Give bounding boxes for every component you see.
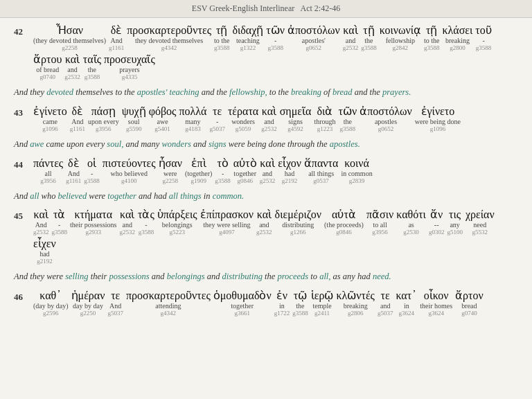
- greek-word: διεμέριζον: [275, 209, 321, 221]
- strongs-number: g4183: [185, 125, 201, 132]
- greek-word: κλάσει: [443, 24, 473, 37]
- greek-word: προσκαρτεροῦντες: [126, 289, 211, 302]
- english-gloss: they devoted themselves: [135, 37, 203, 44]
- strongs-number: g0652: [306, 44, 322, 51]
- word-group: τῷtheg3588: [292, 289, 308, 317]
- strongs-number: g0846: [336, 229, 352, 236]
- english-gloss: and: [263, 170, 272, 177]
- english-gloss: And: [71, 118, 83, 125]
- word-group: καθ᾽(day by day)g2596: [33, 289, 69, 317]
- greek-line-42-2: ἄρτουof breadg0740καὶandg2532ταῖςtheg358…: [33, 53, 518, 82]
- english-gloss: they were selling: [203, 221, 250, 229]
- strongs-number: g3624: [428, 310, 444, 317]
- english-gloss: the: [296, 302, 304, 310]
- strongs-number: g3588: [52, 229, 68, 236]
- word-group: φόβοςaweg5401: [149, 105, 177, 132]
- english-gloss: any: [450, 221, 459, 229]
- greek-word: τις: [449, 209, 461, 221]
- translation-45: And they were selling their possessions …: [14, 270, 518, 283]
- word-group: καὶandg2532: [260, 157, 276, 184]
- verse-num-42: 42: [14, 24, 33, 37]
- word-group: ἄρτονbreadg0740: [455, 289, 484, 317]
- greek-word: δὲ: [111, 24, 123, 37]
- english-gloss: in: [404, 302, 409, 310]
- greek-word: καὶ: [343, 24, 357, 37]
- strongs-number: g0740: [461, 310, 477, 317]
- english-gloss: -: [482, 37, 484, 44]
- strongs-number: g5590: [126, 125, 142, 132]
- greek-word: τῶν: [339, 105, 357, 118]
- english-gloss: were being done: [415, 118, 461, 125]
- english-gloss: (day by day): [33, 302, 69, 310]
- word-group: πᾶσινto allg3956: [366, 208, 393, 236]
- greek-word: τῇ: [216, 24, 227, 37]
- greek-word: οἶκον: [424, 289, 449, 302]
- strongs-number: g1223: [317, 125, 333, 132]
- word-group: προσευχαῖςprayersg4335: [104, 53, 155, 80]
- word-group: καὶandg2532: [343, 24, 359, 51]
- greek-word: τε: [213, 105, 222, 118]
- greek-line-44: πάντεςallg3956δὲAndg1161οἱ-g3588πιστεύον…: [33, 157, 518, 186]
- word-group: ἀποστόλωνapostles'g0652: [287, 24, 340, 51]
- word-group: δὲAndg1161: [70, 105, 85, 132]
- strongs-number: g2192: [37, 258, 53, 265]
- strongs-number: g2806: [348, 310, 364, 317]
- greek-word: προσκαρτεροῦντες: [127, 24, 211, 37]
- english-gloss: And: [109, 302, 121, 310]
- strongs-number: g2532: [64, 73, 80, 80]
- strongs-number: g5059: [236, 125, 251, 132]
- verse-num-46: 46: [14, 289, 33, 303]
- greek-word: εἶχον: [278, 157, 301, 170]
- english-gloss: prayers: [119, 66, 139, 73]
- greek-word: κτήματα: [74, 209, 112, 221]
- english-gloss: their possessions: [70, 221, 117, 229]
- word-group: ἐγίνετοwere being doneg1096: [415, 105, 461, 132]
- word-group: κλῶντέςbreakingg2806: [336, 289, 375, 317]
- english-gloss: upon every: [88, 118, 119, 125]
- english-gloss: to the: [424, 37, 440, 44]
- strongs-number: g5037: [209, 125, 225, 132]
- greek-word: δὲ: [72, 105, 84, 118]
- greek-word: πᾶσιν: [366, 208, 393, 221]
- english-gloss: And: [68, 170, 80, 177]
- strongs-number: g3956: [372, 229, 388, 236]
- english-gloss: and: [67, 66, 77, 73]
- top-bar: ESV Greek-English Interlinear Act 2:42-4…: [0, 0, 532, 18]
- strongs-number: g2411: [314, 310, 330, 317]
- word-group: τεAndg5037: [107, 290, 123, 317]
- english-gloss: and: [264, 118, 274, 125]
- english-gloss: and: [123, 221, 132, 229]
- english-gloss: were: [163, 170, 177, 177]
- english-gloss: had: [285, 170, 294, 177]
- greek-word: κοινωνίᾳ: [380, 24, 421, 37]
- greek-word: τε: [381, 290, 390, 302]
- english-gloss: the: [364, 37, 373, 44]
- greek-word: οἱ: [87, 157, 96, 170]
- greek-word: πιστεύοντες: [103, 157, 156, 170]
- english-gloss: apostles': [302, 37, 326, 44]
- word-group: τέραταwondersg5059: [228, 105, 258, 132]
- word-group: ταῖςtheg3588: [83, 53, 101, 80]
- greek-word: τὸ: [217, 157, 228, 170]
- word-group: τεandg5037: [378, 290, 393, 317]
- greek-word: καὶ: [65, 53, 80, 66]
- strongs-number: g0302: [429, 229, 445, 236]
- strongs-number: g4335: [122, 73, 138, 80]
- english-gloss: to the: [214, 37, 230, 44]
- word-group: τε-g5037: [209, 105, 225, 132]
- english-gloss: the: [88, 66, 96, 73]
- english-gloss: -: [222, 170, 224, 177]
- english-gloss: together: [233, 170, 256, 177]
- verse-num-44: 44: [14, 157, 33, 170]
- strongs-number: g3956: [96, 125, 112, 132]
- greek-word: ἱερῷ: [311, 289, 334, 302]
- english-gloss: soul: [128, 118, 140, 125]
- greek-word: αὐτὰ: [332, 208, 356, 221]
- word-group: Ἦσαν(they devoted themselves)g2258: [33, 24, 106, 51]
- word-group: δὲAndg1161: [66, 157, 81, 184]
- english-gloss: temple: [312, 302, 331, 310]
- word-group: ἱερῷtempleg2411: [311, 289, 334, 317]
- english-gloss: day by day: [73, 302, 103, 310]
- english-gloss: and: [346, 37, 355, 44]
- translation-42: And they devoted themselves to the apost…: [14, 86, 518, 99]
